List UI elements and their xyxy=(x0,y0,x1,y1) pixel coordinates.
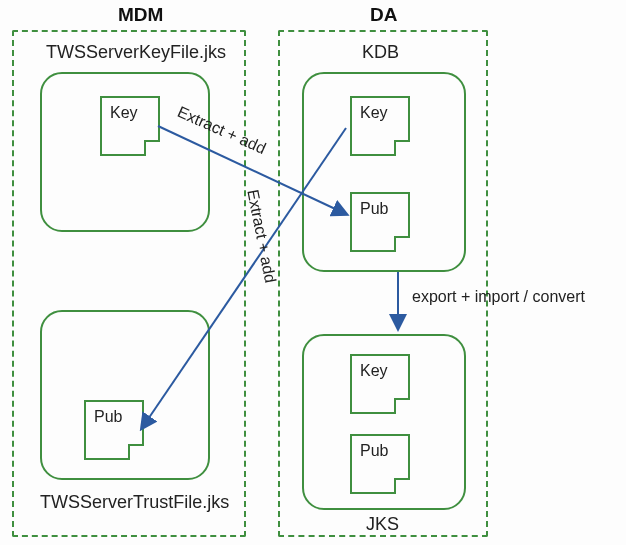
doc-mdm-trust-pub: Pub xyxy=(84,400,144,460)
doc-da-jks-key: Key xyxy=(350,354,410,414)
store-label-da-kdb: KDB xyxy=(362,42,399,63)
doc-label: Key xyxy=(110,104,138,122)
doc-label: Pub xyxy=(94,408,122,426)
doc-da-kdb-key: Key xyxy=(350,96,410,156)
store-da-kdb: Key Pub xyxy=(302,72,466,272)
doc-label: Pub xyxy=(360,200,388,218)
doc-mdm-key-key: Key xyxy=(100,96,160,156)
column-title-da: DA xyxy=(370,4,397,26)
doc-da-jks-pub: Pub xyxy=(350,434,410,494)
store-label-da-jks: JKS xyxy=(366,514,399,535)
diagram-stage: MDM DA TWSServerKeyFile.jks Key Pub TWSS… xyxy=(0,0,626,545)
column-da: KDB Key Pub Key Pub JKS xyxy=(278,30,488,537)
store-label-mdm-key: TWSServerKeyFile.jks xyxy=(46,42,226,63)
store-da-jks: Key Pub xyxy=(302,334,466,510)
doc-da-kdb-pub: Pub xyxy=(350,192,410,252)
edge-label-kdb-to-trust: Extract + add xyxy=(243,188,279,284)
column-mdm: TWSServerKeyFile.jks Key Pub TWSServerTr… xyxy=(12,30,246,537)
store-label-mdm-trust: TWSServerTrustFile.jks xyxy=(40,492,229,513)
doc-label: Pub xyxy=(360,442,388,460)
store-mdm-trust: Pub xyxy=(40,310,210,480)
doc-label: Key xyxy=(360,362,388,380)
store-mdm-key: Key xyxy=(40,72,210,232)
column-title-mdm: MDM xyxy=(118,4,163,26)
edge-label-kdb-to-jks: export + import / convert xyxy=(412,288,585,306)
doc-label: Key xyxy=(360,104,388,122)
